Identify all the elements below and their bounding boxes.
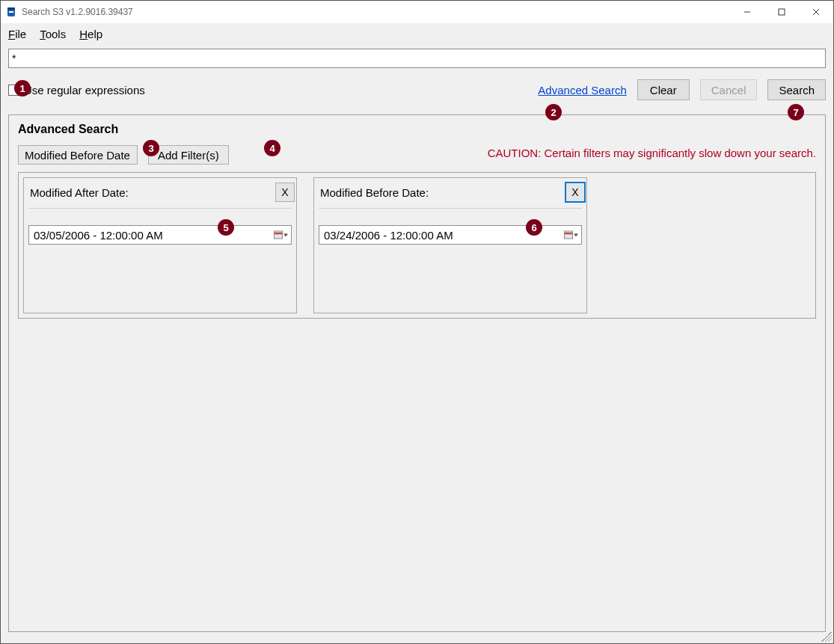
regex-toggle[interactable]: Use regular expressions [8, 84, 145, 96]
minimize-button[interactable] [730, 1, 764, 23]
titlebar: Search S3 v1.2.9016.39437 [1, 1, 833, 23]
window-title: Search S3 v1.2.9016.39437 [22, 7, 133, 17]
separator [319, 208, 582, 209]
content-area: Use regular expressions Advanced Search … [1, 44, 833, 643]
clear-button[interactable]: Clear [637, 79, 690, 100]
date-after-value: 03/05/2006 - 12:00:00 AM [34, 229, 163, 242]
advanced-search-title: Advanced Search [18, 123, 816, 136]
svg-rect-4 [779, 9, 785, 15]
advanced-toolbar: Modified Before Date Add Filter(s) CAUTI… [18, 145, 816, 165]
separator [28, 208, 292, 209]
filter-type-combo[interactable]: Modified Before Date [18, 145, 138, 165]
add-filter-button[interactable]: Add Filter(s) [148, 145, 229, 165]
filter-label: Modified After Date: [30, 186, 129, 199]
filter-type-selected: Modified Before Date [25, 149, 130, 162]
search-options-row: Use regular expressions Advanced Search … [8, 79, 826, 101]
menu-tools[interactable]: Tools [40, 28, 66, 40]
remove-filter-button[interactable]: X [275, 183, 295, 202]
svg-rect-2 [9, 11, 13, 13]
calendar-icon[interactable] [564, 231, 578, 239]
regex-checkbox[interactable] [8, 85, 19, 96]
caution-text: CAUTION: Certain filters may significant… [488, 147, 816, 159]
filter-label: Modified Before Date: [320, 186, 429, 199]
filters-container: Modified After Date: X 03/05/2006 - 12:0… [18, 172, 816, 319]
date-before-value: 03/24/2006 - 12:00:00 AM [324, 229, 453, 242]
calendar-icon[interactable] [274, 231, 288, 239]
filter-card-modified-after: Modified After Date: X 03/05/2006 - 12:0… [23, 177, 297, 313]
menu-help[interactable]: Help [79, 28, 102, 40]
menu-file[interactable]: File [8, 28, 26, 40]
action-buttons: Advanced Search Clear Cancel Search [538, 79, 826, 100]
remove-filter-button[interactable]: X [565, 183, 585, 202]
regex-label: Use regular expressions [24, 84, 145, 96]
window-controls [730, 1, 833, 23]
cancel-button: Cancel [700, 79, 758, 100]
filter-card-modified-before: Modified Before Date: X 03/24/2006 - 12:… [313, 177, 587, 313]
maximize-button[interactable] [764, 1, 799, 23]
advanced-search-link[interactable]: Advanced Search [538, 84, 626, 96]
search-button[interactable]: Search [767, 79, 826, 100]
date-after-input[interactable]: 03/05/2006 - 12:00:00 AM [28, 225, 292, 245]
search-input[interactable] [8, 49, 826, 68]
resize-grip[interactable] [821, 631, 832, 642]
menubar: File Tools Help [1, 23, 833, 44]
svg-rect-1 [7, 7, 15, 10]
date-before-input[interactable]: 03/24/2006 - 12:00:00 AM [319, 225, 582, 245]
app-icon [5, 6, 17, 18]
advanced-search-panel: Advanced Search Modified Before Date Add… [8, 114, 826, 632]
close-button[interactable] [799, 1, 833, 23]
